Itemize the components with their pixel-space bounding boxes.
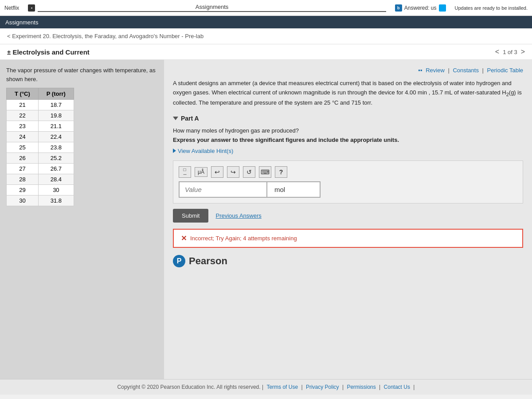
update-label: Updates are ready to be installed. [455, 5, 528, 11]
table-row: 2118.7 [7, 100, 74, 110]
constants-link[interactable]: Constants [453, 67, 479, 74]
table-cell: 23.8 [38, 142, 74, 153]
table-row: 2523.8 [7, 142, 74, 153]
table-cell: 24 [7, 132, 39, 142]
permissions-link[interactable]: Permissions [347, 384, 376, 390]
table-row: 2219.8 [7, 110, 74, 121]
pearson-logo: P Pearson [173, 255, 523, 267]
table-row: 2828.4 [7, 174, 74, 185]
submit-row: Submit Previous Answers [173, 209, 523, 223]
hint-link[interactable]: View Available Hint(s) [173, 148, 523, 154]
table-cell: 25.2 [38, 153, 74, 164]
table-cell: 26 [7, 153, 39, 164]
table-cell: 25 [7, 142, 39, 153]
terms-link[interactable]: Terms of Use [266, 384, 298, 390]
top-bar: Netflix ▪ Assignments b Answered: us Upd… [0, 0, 532, 16]
subquestion-text: How many moles of hydrogen gas are produ… [173, 127, 523, 134]
table-cell: 21.1 [38, 121, 74, 132]
keyboard-icon: ⌨ [261, 168, 270, 176]
value-input[interactable] [179, 181, 267, 198]
table-row: 2625.2 [7, 153, 74, 164]
table-cell: 19.8 [38, 110, 74, 121]
review-link[interactable]: Review [426, 67, 445, 74]
table-row: 2930 [7, 185, 74, 196]
table-cell: 30 [7, 196, 39, 206]
footer: Copyright © 2020 Pearson Education Inc. … [0, 379, 532, 395]
pearson-p-icon: P [173, 255, 185, 267]
input-row: mol [179, 181, 517, 198]
second-bar-label: Assignments [5, 19, 38, 26]
prev-page-button[interactable]: < [495, 48, 499, 56]
breadcrumb[interactable]: < Experiment 20. Electrolysis, the Farad… [0, 28, 532, 44]
left-panel: The vapor pressure of water changes with… [0, 60, 164, 379]
table-cell: 22.4 [38, 132, 74, 142]
table-cell: 21 [7, 100, 39, 110]
table-cell: 27 [7, 164, 39, 174]
keyboard-button[interactable]: ⌨ [259, 166, 271, 178]
table-cell: 31.8 [38, 196, 74, 206]
part-a-label: Part A [181, 115, 199, 122]
toolbar: □─ μÅ ↩ ↪ ↺ ⌨ ? [179, 166, 517, 178]
review-icon: ▪▪ [418, 67, 422, 74]
format-button[interactable]: □─ [179, 166, 191, 178]
submit-button[interactable]: Submit [173, 209, 208, 223]
page-indicator: 1 of 3 [503, 49, 517, 55]
question-text: A student designs an ammeter (a device t… [173, 79, 523, 108]
netflix-label: Netflix [4, 5, 19, 11]
redo-icon: ↪ [231, 168, 236, 176]
x-icon: ✕ [181, 234, 187, 243]
answered-section: b Answered: us [395, 4, 446, 12]
table-cell: 29 [7, 185, 39, 196]
part-a-header: Part A [173, 115, 523, 122]
copyright-text: Copyright © 2020 Pearson Education Inc. … [117, 384, 261, 390]
answer-area: □─ μÅ ↩ ↪ ↺ ⌨ ? [173, 160, 523, 203]
pearson-label: Pearson [189, 255, 227, 267]
incorrect-message: Incorrect; Try Again; 4 attempts remaini… [190, 235, 297, 242]
table-row: 2422.4 [7, 132, 74, 142]
update-section: Updates are ready to be installed. [455, 5, 528, 11]
windows-icon [439, 4, 446, 12]
page-wrapper: Netflix ▪ Assignments b Answered: us Upd… [0, 0, 532, 399]
section-nav: < 1 of 3 > [495, 48, 525, 56]
vapor-pressure-table: T (°C) P (torr) 2118.72219.82321.12422.4… [6, 88, 74, 206]
unit-display: mol [267, 181, 321, 198]
left-panel-description: The vapor pressure of water changes with… [6, 66, 158, 83]
assignments-tab-icon: ▪ [28, 4, 35, 12]
breadcrumb-link[interactable]: < Experiment 20. Electrolysis, the Farad… [7, 33, 203, 39]
table-cell: 22 [7, 110, 39, 121]
sig-fig-instruction: Express your answer to three significant… [173, 137, 523, 143]
redo-button[interactable]: ↪ [227, 166, 239, 178]
next-page-button[interactable]: > [521, 48, 525, 56]
help-icon: ? [279, 168, 283, 176]
table-cell: 18.7 [38, 100, 74, 110]
periodic-table-link[interactable]: Periodic Table [487, 67, 523, 74]
table-cell: 28.4 [38, 174, 74, 185]
section-title: ± Electrolysis and Current [7, 48, 90, 56]
table-cell: 26.7 [38, 164, 74, 174]
right-panel: ▪▪ Review | Constants | Periodic Table A… [164, 60, 532, 379]
answered-label: Answered: us [404, 5, 437, 11]
prev-answers-link[interactable]: Previous Answers [215, 212, 261, 219]
main-content: The vapor pressure of water changes with… [0, 60, 532, 379]
incorrect-box: ✕ Incorrect; Try Again; 4 attempts remai… [173, 229, 523, 248]
table-row: 3031.8 [7, 196, 74, 206]
table-cell: 28 [7, 174, 39, 185]
hint-triangle-icon [173, 149, 176, 153]
hint-text[interactable]: View Available Hint(s) [178, 148, 233, 154]
table-cell: 23 [7, 121, 39, 132]
second-bar: Assignments [0, 16, 532, 28]
assignments-tab-label[interactable]: Assignments [38, 4, 386, 12]
help-button[interactable]: ? [275, 166, 287, 178]
undo-button[interactable]: ↩ [211, 166, 223, 178]
table-header-pressure: P (torr) [38, 88, 74, 100]
symbol-button[interactable]: μÅ [195, 167, 207, 177]
collapse-icon[interactable] [173, 117, 178, 120]
privacy-link[interactable]: Privacy Policy [306, 384, 339, 390]
table-cell: 30 [38, 185, 74, 196]
table-header-temp: T (°C) [7, 88, 39, 100]
b-icon: b [395, 4, 402, 12]
contact-link[interactable]: Contact Us [384, 384, 410, 390]
reset-button[interactable]: ↺ [243, 166, 255, 178]
reset-icon: ↺ [246, 168, 252, 176]
table-row: 2321.1 [7, 121, 74, 132]
